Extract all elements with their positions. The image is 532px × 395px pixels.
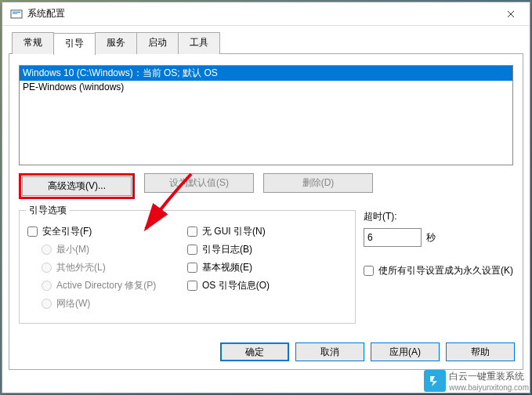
highlight-advanced: 高级选项(V)... [19, 173, 135, 199]
right-column: 超时(T): 秒 使所有引导设置成为永久设置(K) [356, 210, 513, 324]
watermark-logo-icon [424, 370, 446, 392]
apply-button[interactable]: 应用(A) [371, 342, 440, 361]
svg-rect-1 [13, 12, 20, 13]
help-button[interactable]: 帮助 [446, 342, 515, 361]
boot-log-checkbox[interactable] [187, 245, 197, 255]
timeout-input[interactable] [364, 228, 422, 247]
base-video-checkbox[interactable] [187, 263, 197, 273]
boot-entries-list[interactable]: Windows 10 (C:\Windows)：当前 OS; 默认 OS PE-… [19, 65, 513, 165]
svg-rect-2 [13, 13, 17, 14]
tabs-container: 常规 引导 服务 启动 工具 Windows 10 (C:\Windows)：当… [9, 32, 523, 370]
timeout-unit: 秒 [426, 231, 436, 245]
safe-boot-checkbox[interactable] [27, 226, 38, 237]
ok-button[interactable]: 确定 [220, 342, 289, 361]
watermark: 白云一键重装系统 www.baiyunxitong.com [424, 370, 529, 392]
timeout-label: 超时(T): [364, 210, 513, 223]
tabstrip: 常规 引导 服务 启动 工具 [12, 32, 523, 54]
tab-tools[interactable]: 工具 [178, 32, 220, 54]
delete-button[interactable]: 删除(D) [263, 173, 373, 193]
left-column: 引导选项 安全引导(F) 最小(M) 其他外壳(L) Active D [19, 210, 356, 324]
radio-alt-shell [42, 263, 52, 273]
cancel-button[interactable]: 取消 [295, 342, 364, 361]
set-default-button[interactable]: 设为默认值(S) [144, 173, 254, 193]
tab-general[interactable]: 常规 [12, 32, 54, 54]
window-title: 系统配置 [27, 7, 495, 20]
tab-boot[interactable]: 引导 [53, 33, 96, 55]
options-columns: 引导选项 安全引导(F) 最小(M) 其他外壳(L) Active D [19, 210, 513, 324]
watermark-brand: 白云一键重装系统 [449, 371, 524, 382]
no-gui-boot-checkbox[interactable] [187, 226, 197, 237]
os-boot-info-checkbox[interactable] [187, 281, 197, 291]
tab-startup[interactable]: 启动 [136, 32, 179, 54]
watermark-url: www.baiyunxitong.com [449, 383, 529, 392]
advanced-options-button[interactable]: 高级选项(V)... [22, 176, 132, 196]
system-config-dialog: 系统配置 常规 引导 服务 启动 工具 Windows 10 (C:\Windo… [2, 2, 530, 393]
permanent-label: 使所有引导设置成为永久设置(K) [378, 264, 513, 277]
action-buttons: 高级选项(V)... 设为默认值(S) 删除(D) [19, 173, 513, 199]
tab-services[interactable]: 服务 [95, 32, 137, 54]
radio-network [42, 299, 52, 309]
list-item[interactable]: Windows 10 (C:\Windows)：当前 OS; 默认 OS [20, 66, 512, 81]
radio-minimal [42, 245, 52, 255]
titlebar: 系统配置 [2, 2, 530, 26]
groupbox-title: 引导选项 [26, 204, 70, 217]
boot-options-group: 引导选项 安全引导(F) 最小(M) 其他外壳(L) Active D [19, 210, 356, 324]
safe-boot-column: 安全引导(F) 最小(M) 其他外壳(L) Active Directory 修… [27, 220, 187, 315]
close-button[interactable] [495, 3, 527, 25]
dialog-footer: 确定 取消 应用(A) 帮助 [220, 342, 515, 361]
tab-panel-boot: Windows 10 (C:\Windows)：当前 OS; 默认 OS PE-… [9, 53, 523, 370]
list-item[interactable]: PE-Windows (\windows) [20, 81, 512, 93]
permanent-checkbox[interactable] [364, 266, 374, 276]
boot-flags-column: 无 GUI 引导(N) 引导日志(B) 基本视频(E) OS 引导信息(O) [187, 220, 347, 315]
safe-boot-label: 安全引导(F) [42, 225, 92, 238]
app-icon [10, 8, 23, 20]
radio-ad-repair [42, 281, 52, 291]
dialog-body: 常规 引导 服务 启动 工具 Windows 10 (C:\Windows)：当… [2, 26, 530, 378]
